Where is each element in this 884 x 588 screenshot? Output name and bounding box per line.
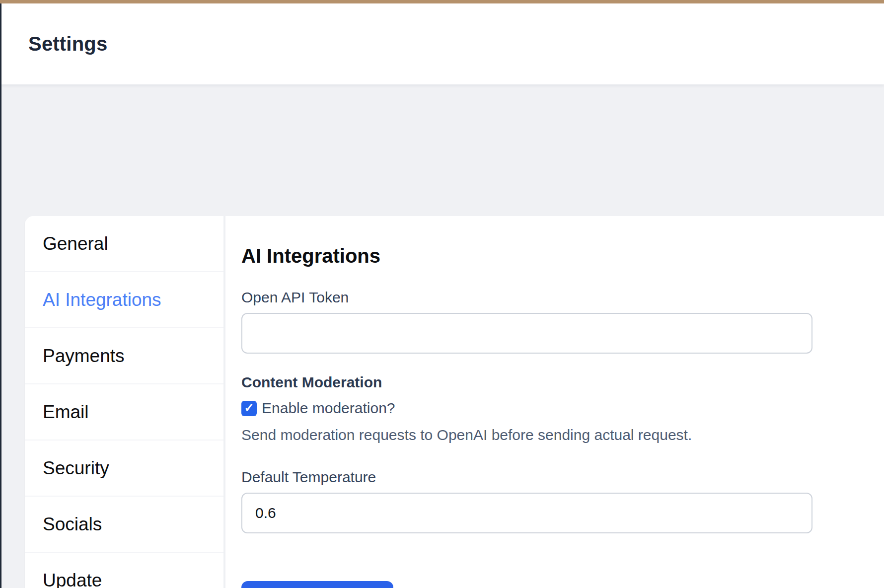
sidebar-item-label: Security <box>43 458 109 479</box>
page-title: Settings <box>28 33 107 55</box>
sidebar-item-label: AI Integrations <box>43 290 161 310</box>
sidebar-item-general[interactable]: General <box>25 216 223 272</box>
sidebar-item-label: General <box>43 233 108 254</box>
top-accent-bar <box>0 0 884 3</box>
enable-moderation-row: ✓ Enable moderation? <box>241 400 852 417</box>
content-background: General AI Integrations Payments Email S… <box>1 84 884 588</box>
enable-moderation-checkbox[interactable]: ✓ <box>241 401 257 416</box>
sidebar-item-label: Socials <box>43 514 102 535</box>
sidebar-item-label: Payments <box>43 346 125 367</box>
sidebar-item-socials[interactable]: Socials <box>25 497 223 553</box>
open-api-token-input[interactable] <box>241 313 812 354</box>
save-changes-button[interactable]: Save Changes <box>241 581 393 588</box>
open-api-token-label: Open API Token <box>241 289 852 306</box>
sidebar-item-email[interactable]: Email <box>25 384 223 441</box>
sidebar-item-payments[interactable]: Payments <box>25 328 223 384</box>
sidebar-item-label: Update <box>43 570 102 588</box>
default-temperature-input[interactable] <box>241 493 812 533</box>
sidebar-item-security[interactable]: Security <box>25 441 223 497</box>
content-moderation-label: Content Moderation <box>241 373 852 391</box>
default-temperature-label: Default Temperature <box>241 468 852 486</box>
settings-main-panel: AI Integrations Open API Token Content M… <box>225 216 884 588</box>
sidebar-item-ai-integrations[interactable]: AI Integrations <box>25 272 223 328</box>
settings-sidebar: General AI Integrations Payments Email S… <box>25 216 225 588</box>
section-title: AI Integrations <box>241 246 852 266</box>
settings-card: General AI Integrations Payments Email S… <box>25 216 884 588</box>
sidebar-item-update[interactable]: Update <box>25 553 223 588</box>
app-header: Settings <box>1 3 884 84</box>
sidebar-item-label: Email <box>43 402 89 423</box>
left-edge-bar <box>0 3 1 588</box>
enable-moderation-text[interactable]: Enable moderation? <box>262 400 395 417</box>
moderation-help-text: Send moderation requests to OpenAI befor… <box>241 426 852 444</box>
check-icon: ✓ <box>244 402 254 414</box>
